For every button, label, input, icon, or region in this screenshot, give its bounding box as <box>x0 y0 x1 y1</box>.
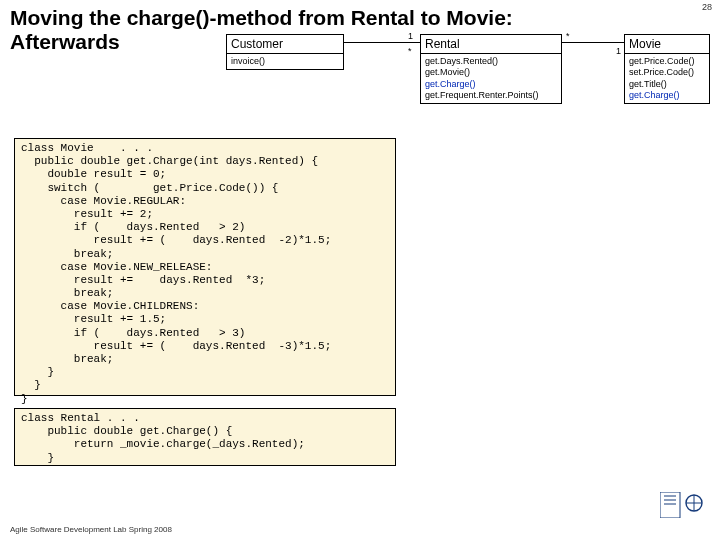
rental-m4: get.Frequent.Renter.Points() <box>425 90 557 101</box>
rental-m2: get.Movie() <box>425 67 557 78</box>
uml-movie-methods: get.Price.Code() set.Price.Code() get.Ti… <box>625 54 709 103</box>
code-rental-class: class Rental . . . public double get.Cha… <box>14 408 396 466</box>
uml-movie-name: Movie <box>625 35 709 54</box>
movie-m2: set.Price.Code() <box>629 67 705 78</box>
mult-rm-right: 1 <box>616 46 621 56</box>
movie-m1: get.Price.Code() <box>629 56 705 67</box>
mult-cr-right: * <box>408 46 412 56</box>
mult-cr-left: 1 <box>408 31 413 41</box>
title-line1: Moving the charge()-method from Rental t… <box>10 6 513 29</box>
movie-m3: get.Title() <box>629 79 705 90</box>
uml-movie: Movie get.Price.Code() set.Price.Code() … <box>624 34 710 104</box>
footer-text: Agile Software Development Lab Spring 20… <box>10 525 172 534</box>
logo-icon <box>650 492 706 526</box>
title-line2: Afterwards <box>10 30 120 53</box>
rental-m3: get.Charge() <box>425 79 557 90</box>
uml-rental-name: Rental <box>421 35 561 54</box>
uml-customer-name: Customer <box>227 35 343 54</box>
code-movie-class: class Movie . . . public double get.Char… <box>14 138 396 396</box>
mult-rm-left: * <box>566 31 570 41</box>
movie-m4: get.Charge() <box>629 90 705 101</box>
uml-customer-methods: invoice() <box>227 54 343 69</box>
page-number: 28 <box>702 2 712 12</box>
uml-rental-methods: get.Days.Rented() get.Movie() get.Charge… <box>421 54 561 103</box>
assoc-customer-rental <box>344 42 420 43</box>
assoc-rental-movie <box>562 42 624 43</box>
uml-customer: Customer invoice() <box>226 34 344 70</box>
uml-diagram: Customer invoice() 1 * Rental get.Days.R… <box>226 34 712 129</box>
rental-m1: get.Days.Rented() <box>425 56 557 67</box>
uml-rental: Rental get.Days.Rented() get.Movie() get… <box>420 34 562 104</box>
